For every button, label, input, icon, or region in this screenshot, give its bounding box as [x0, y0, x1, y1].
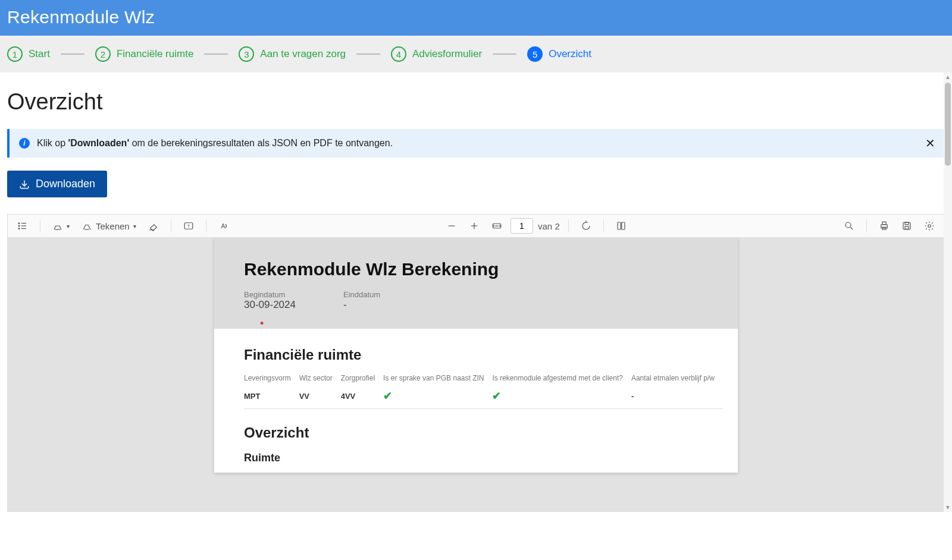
th-pgb-naast-zin: Is er sprake van PGB naast ZIN [383, 372, 492, 385]
svg-rect-17 [618, 222, 621, 229]
list-icon [17, 221, 28, 231]
scroll-up-icon[interactable]: ▲ [945, 73, 951, 81]
th-zorgprofiel: Zorgprofiel [341, 372, 383, 385]
toggle-sidebar-button[interactable] [14, 218, 32, 234]
step-divider [356, 54, 380, 55]
scroll-thumb[interactable] [945, 83, 951, 166]
draw-label: Tekenen [96, 221, 130, 231]
banner-text: Klik op 'Downloaden' om de berekeningsre… [37, 138, 393, 149]
page-total: van 2 [538, 221, 560, 231]
rotate-button[interactable] [577, 218, 595, 234]
step-number: 4 [391, 46, 406, 62]
erase-button[interactable] [145, 218, 162, 234]
step-divider [204, 54, 228, 55]
svg-rect-26 [905, 226, 909, 229]
svg-point-2 [18, 228, 20, 229]
search-button[interactable] [840, 218, 858, 234]
save-icon [901, 221, 912, 231]
doc-body: Financiële ruimte Leveringsvorm Wlz sect… [214, 329, 738, 473]
svg-line-20 [850, 227, 853, 229]
toolbar-separator [568, 219, 569, 232]
section-financiele-ruimte: Financiële ruimte [244, 347, 708, 363]
save-button[interactable] [898, 218, 916, 234]
draw-dropdown[interactable]: Tekenen ▾ [78, 218, 140, 234]
step-divider [493, 54, 516, 55]
th-leveringsvorm: Leveringsvorm [244, 372, 299, 385]
info-icon: i [19, 138, 30, 149]
close-banner-button[interactable]: ✕ [925, 137, 935, 149]
svg-rect-24 [903, 222, 910, 229]
page-view-button[interactable] [612, 218, 630, 234]
svg-text:T: T [187, 224, 190, 229]
fit-icon [491, 221, 502, 231]
check-icon: ✔ [492, 390, 501, 402]
page-layout-icon [616, 221, 627, 231]
minus-icon [446, 221, 457, 231]
chevron-down-icon: ▾ [67, 223, 70, 229]
info-banner: i Klik op 'Downloaden' om de berekenings… [7, 129, 945, 158]
main-content: ▲ ▼ Overzicht i Klik op 'Downloaden' om … [0, 73, 952, 512]
step-overzicht[interactable]: 5 Overzicht [527, 46, 591, 62]
svg-rect-25 [905, 222, 909, 225]
step-start[interactable]: 1 Start [7, 46, 50, 62]
svg-rect-22 [882, 222, 886, 225]
page-number-input[interactable] [511, 218, 533, 234]
scrollbar[interactable]: ▲ ▼ [944, 73, 952, 512]
fit-width-button[interactable] [488, 218, 506, 234]
begindatum-value: 30-09-2024 [244, 299, 296, 311]
read-aloud-icon: A [218, 221, 229, 231]
step-nav: 1 Start 2 Financiële ruimte 3 Aan te vra… [0, 36, 952, 73]
page-title: Overzicht [7, 89, 945, 115]
zoom-out-button[interactable] [443, 218, 461, 234]
app-title: Rekenmodule Wlz [7, 7, 945, 27]
print-icon [879, 221, 890, 231]
text-tool-button[interactable]: T [180, 218, 198, 234]
financiele-ruimte-table: Leveringsvorm Wlz sector Zorgprofiel Is … [244, 372, 723, 409]
svg-rect-21 [881, 225, 888, 228]
viewer-content[interactable]: Rekenmodule Wlz Berekening Begindatum 30… [8, 238, 944, 511]
rotate-icon [581, 221, 591, 231]
toolbar-separator [40, 219, 40, 232]
doc-header: Rekenmodule Wlz Berekening Begindatum 30… [214, 238, 738, 329]
svg-point-19 [845, 222, 851, 228]
plus-icon [469, 221, 480, 231]
scroll-down-icon[interactable]: ▼ [945, 503, 951, 512]
download-label: Downloaden [36, 178, 95, 190]
pen-icon [82, 221, 92, 231]
pdf-viewer: ▾ Tekenen ▾ T A [7, 214, 945, 512]
step-number: 1 [7, 46, 23, 62]
chevron-down-icon: ▾ [133, 223, 136, 229]
settings-button[interactable] [920, 218, 938, 234]
subheading-ruimte: Ruimte [244, 452, 708, 464]
toolbar-separator [171, 219, 171, 232]
text-icon: T [183, 221, 194, 231]
einddatum-label: Einddatum [343, 290, 380, 299]
td-etmalen: - [631, 385, 723, 409]
begindatum-label: Begindatum [244, 290, 296, 299]
toolbar-separator [206, 219, 206, 232]
td-wlz-sector: VV [299, 385, 341, 409]
th-afgestemd: Is rekenmodule afgestemd met de client? [492, 372, 631, 385]
viewer-toolbar: ▾ Tekenen ▾ T A [8, 215, 944, 238]
app-header: Rekenmodule Wlz [0, 0, 952, 36]
download-button[interactable]: Downloaden [7, 171, 107, 197]
toolbar-separator [603, 219, 604, 232]
print-button[interactable] [875, 218, 893, 234]
step-number: 5 [527, 46, 543, 62]
step-financiele-ruimte[interactable]: 2 Financiële ruimte [95, 46, 193, 62]
zoom-in-button[interactable] [465, 218, 483, 234]
step-aan-te-vragen-zorg[interactable]: 3 Aan te vragen zorg [239, 46, 346, 62]
svg-point-0 [18, 223, 20, 224]
read-aloud-button[interactable]: A [215, 218, 233, 234]
step-label: Adviesformulier [412, 48, 482, 60]
svg-point-27 [928, 225, 931, 228]
table-row: MPT VV 4VV ✔ ✔ - [244, 385, 723, 409]
gear-icon [924, 221, 935, 231]
step-number: 3 [239, 46, 254, 62]
highlight-dropdown[interactable]: ▾ [49, 218, 73, 234]
einddatum-value: - [343, 299, 380, 311]
download-icon [19, 179, 30, 190]
step-adviesformulier[interactable]: 4 Adviesformulier [391, 46, 482, 62]
th-etmalen: Aantal etmalen verblijf p/w [631, 372, 723, 385]
svg-rect-18 [621, 222, 624, 229]
